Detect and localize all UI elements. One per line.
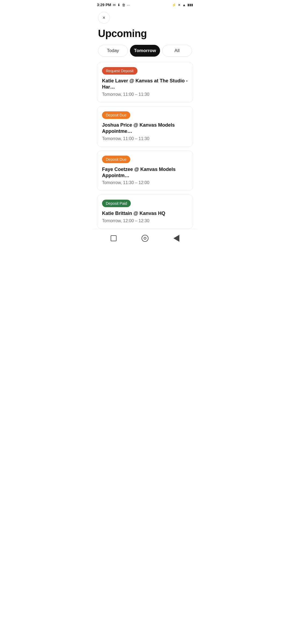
circle-inner-icon	[144, 237, 146, 240]
battery-icon: ▮▮▮	[187, 3, 193, 7]
card-time-3: Tomorrow, 11:30 – 12:00	[102, 180, 188, 185]
card-title-2: Joshua Price @ Kanvas Models Appointme…	[102, 122, 188, 135]
nav-home-button[interactable]	[109, 233, 118, 243]
card-title-4: Katie Brittain @ Kanvas HQ	[102, 210, 188, 217]
card-3[interactable]: Deposit Due Faye Coetzee @ Kanvas Models…	[97, 151, 193, 191]
download-icon: ⬇	[117, 3, 120, 7]
close-area: ×	[93, 9, 197, 26]
card-4[interactable]: Deposit Paid Katie Brittain @ Kanvas HQ …	[97, 195, 193, 229]
bottom-nav	[93, 229, 197, 250]
page-title: Upcoming	[93, 26, 197, 45]
badge-deposit-paid-4: Deposit Paid	[102, 200, 131, 207]
square-icon	[111, 235, 117, 241]
status-bar: 3:29 PM ✉ ⬇ 🗑 ··· ⚡ ✕ ▲ ▮▮▮	[93, 0, 197, 9]
x-icon: ✕	[178, 3, 181, 7]
card-time-4: Tomorrow, 12:00 – 12:30	[102, 218, 188, 223]
status-time: 3:29 PM	[97, 3, 111, 7]
status-left: 3:29 PM ✉ ⬇ 🗑 ···	[97, 3, 130, 7]
card-title-3: Faye Coetzee @ Kanvas Models Appointm…	[102, 166, 188, 179]
badge-deposit-due-2: Deposit Due	[102, 111, 130, 119]
nav-back-button[interactable]	[172, 233, 181, 243]
wifi-icon: ▲	[182, 3, 186, 7]
mail-icon: ✉	[113, 3, 116, 7]
card-time-2: Tomorrow, 11:00 – 11:30	[102, 136, 188, 141]
more-icon: ···	[127, 3, 130, 7]
card-2[interactable]: Deposit Due Joshua Price @ Kanvas Models…	[97, 106, 193, 147]
card-title-1: Katie Laver @ Kanvas at The Studio - Har…	[102, 78, 188, 90]
status-right: ⚡ ✕ ▲ ▮▮▮	[172, 3, 193, 7]
back-icon	[173, 235, 179, 242]
tab-bar: Today Tomorrow All	[93, 45, 197, 57]
card-time-1: Tomorrow, 11:00 – 11:30	[102, 92, 188, 97]
cards-container: Request Deposit Katie Laver @ Kanvas at …	[93, 62, 197, 229]
circle-icon	[142, 235, 148, 242]
tab-tomorrow[interactable]: Tomorrow	[130, 45, 160, 57]
trash-icon: 🗑	[122, 3, 125, 7]
bluetooth-icon: ⚡	[172, 3, 176, 7]
close-button[interactable]: ×	[98, 12, 110, 24]
badge-deposit-due-3: Deposit Due	[102, 156, 130, 163]
tab-today[interactable]: Today	[98, 45, 128, 57]
badge-request-deposit-1: Request Deposit	[102, 67, 137, 75]
card-1[interactable]: Request Deposit Katie Laver @ Kanvas at …	[97, 62, 193, 103]
tab-all[interactable]: All	[162, 45, 192, 57]
nav-recents-button[interactable]	[140, 233, 150, 243]
